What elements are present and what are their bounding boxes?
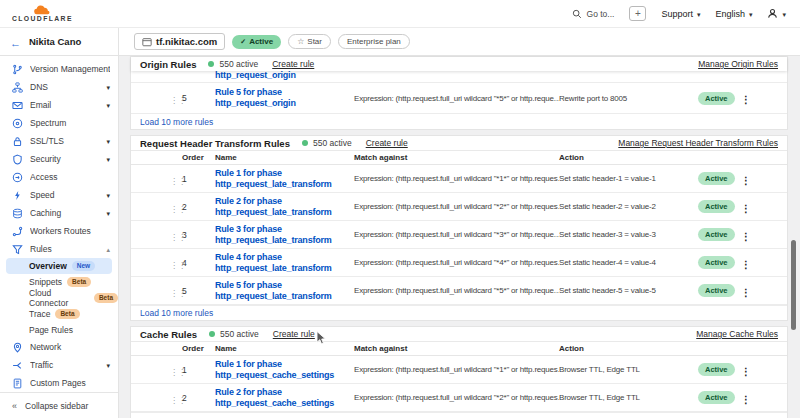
lightning-icon xyxy=(12,190,23,201)
sidebar-item-spectrum[interactable]: Spectrum xyxy=(0,114,118,132)
drag-handle-icon[interactable] xyxy=(170,389,182,407)
origin-rules-section: Origin Rules 550 active Create rule Mana… xyxy=(130,56,788,130)
transform-rules-header: Request Header Transform Rules 550 activ… xyxy=(131,136,787,150)
kebab-menu-icon[interactable] xyxy=(739,198,751,216)
sidebar: Version Management DNS Email Spectrum SS… xyxy=(0,56,119,418)
zone-cell: tf.nikitac.com Active Star Enterprise pl… xyxy=(119,28,800,55)
active-dot-icon xyxy=(209,331,215,337)
kebab-menu-icon[interactable] xyxy=(739,226,751,244)
collapse-sidebar-button[interactable]: Collapse sidebar xyxy=(0,392,118,418)
load-more-rules-link[interactable]: Load 10 more rules xyxy=(131,114,787,129)
table-column-headers: Order Name Match against Action xyxy=(131,341,787,356)
add-button[interactable]: + xyxy=(629,6,646,21)
chevron-down-icon xyxy=(106,136,110,146)
rule-name-link[interactable]: Rule 3 for phasehttp_request_late_transf… xyxy=(215,224,354,246)
transform-rule-row[interactable]: 5 Rule 5 for phasehttp_request_late_tran… xyxy=(131,277,787,305)
transform-rule-row[interactable]: 1 Rule 1 for phasehttp_request_late_tran… xyxy=(131,165,787,193)
kebab-menu-icon[interactable] xyxy=(739,361,751,379)
rule-name-link[interactable]: Rule 5 for phasehttp_request_late_transf… xyxy=(215,280,354,302)
origin-rule-row[interactable]: 5 Rule 5 for phase http_request_origin E… xyxy=(131,83,787,114)
logo-text: CLOUDFLARE xyxy=(12,16,73,23)
status-badge: Active xyxy=(698,256,735,269)
transform-rule-row[interactable]: 2 Rule 2 for phasehttp_request_late_tran… xyxy=(131,193,787,221)
kebab-menu-icon[interactable] xyxy=(739,170,751,188)
partially-scrolled-rule-row[interactable]: http_request_origin xyxy=(131,71,787,83)
drag-handle-icon[interactable] xyxy=(170,89,182,107)
sidebar-item-rules[interactable]: Rules xyxy=(0,240,118,258)
rule-name-link[interactable]: Rule 5 for phase http_request_origin xyxy=(215,87,354,109)
sidebar-item-network[interactable]: Network xyxy=(0,338,118,356)
status-badge: Active xyxy=(698,284,735,297)
go-to-label: Go to... xyxy=(587,9,615,19)
drag-handle-icon[interactable] xyxy=(170,226,182,244)
star-icon xyxy=(297,37,304,46)
rule-name-link[interactable]: Rule 2 for phasehttp_request_cache_setti… xyxy=(215,387,354,409)
create-rule-link[interactable]: Create rule xyxy=(272,59,314,69)
search-icon xyxy=(572,9,582,19)
kebab-menu-icon[interactable] xyxy=(739,254,751,272)
email-icon xyxy=(12,100,23,111)
kebab-menu-icon[interactable] xyxy=(739,389,751,407)
drag-handle-icon[interactable] xyxy=(170,361,182,379)
create-rule-link[interactable]: Create rule xyxy=(366,138,408,148)
user-menu[interactable] xyxy=(767,8,786,19)
status-badge: Active xyxy=(698,363,735,376)
request-header-transform-rules-section: Request Header Transform Rules 550 activ… xyxy=(130,135,788,321)
rule-name-link[interactable]: Rule 2 for phasehttp_request_late_transf… xyxy=(215,196,354,218)
sidebar-item-page-rules[interactable]: Page Rules xyxy=(0,322,118,338)
cache-rule-row[interactable]: 1 Rule 1 for phasehttp_request_cache_set… xyxy=(131,356,787,384)
vertical-scrollbar-thumb[interactable] xyxy=(791,240,796,330)
sidebar-item-overview[interactable]: Overview New xyxy=(6,258,112,274)
sidebar-item-trace[interactable]: Trace Beta xyxy=(0,306,118,322)
route-icon xyxy=(12,226,23,237)
cache-rule-row[interactable]: 2 Rule 2 for phasehttp_request_cache_set… xyxy=(131,384,787,412)
rule-name-link[interactable]: Rule 1 for phasehttp_request_cache_setti… xyxy=(215,359,354,381)
zone-domain: tf.nikitac.com xyxy=(156,36,217,47)
manage-transform-rules-link[interactable]: Manage Request Header Transform Rules xyxy=(618,138,778,148)
transform-rule-row[interactable]: 3 Rule 3 for phasehttp_request_late_tran… xyxy=(131,221,787,249)
manage-cache-rules-link[interactable]: Manage Cache Rules xyxy=(696,329,778,339)
back-arrow-icon[interactable] xyxy=(10,33,21,51)
kebab-menu-icon[interactable] xyxy=(739,89,751,107)
sidebar-item-workers-routes[interactable]: Workers Routes xyxy=(0,222,118,240)
language-menu[interactable]: English xyxy=(715,9,752,19)
sidebar-item-custom-pages[interactable]: Custom Pages xyxy=(0,374,118,392)
sidebar-item-traffic[interactable]: Traffic xyxy=(0,356,118,374)
drag-handle-icon[interactable] xyxy=(170,282,182,300)
account-cell: Nikita Cano xyxy=(0,28,119,55)
partially-visible-rule-row: Active xyxy=(131,412,787,418)
load-more-rules-link[interactable]: Load 10 more rules xyxy=(131,305,787,320)
sidebar-item-caching[interactable]: Caching xyxy=(0,204,118,222)
sidebar-item-speed[interactable]: Speed xyxy=(0,186,118,204)
column-order: Order xyxy=(182,153,215,162)
create-rule-link[interactable]: Create rule xyxy=(273,329,315,339)
shield-icon xyxy=(12,154,23,165)
drag-handle-icon[interactable] xyxy=(170,198,182,216)
status-badge: Active xyxy=(698,228,735,241)
language-label: English xyxy=(715,9,745,19)
transform-rule-row[interactable]: 4 Rule 4 for phasehttp_request_late_tran… xyxy=(131,249,787,277)
kebab-menu-icon[interactable] xyxy=(739,282,751,300)
drag-handle-icon[interactable] xyxy=(170,254,182,272)
drag-handle-icon[interactable] xyxy=(170,170,182,188)
sidebar-item-version-management[interactable]: Version Management xyxy=(0,60,118,78)
zone-selector[interactable]: tf.nikitac.com xyxy=(134,33,225,50)
cache-rules-section: Cache Rules 550 active Create rule Manag… xyxy=(130,326,788,418)
rule-name-link[interactable]: Rule 1 for phasehttp_request_late_transf… xyxy=(215,168,354,190)
lock-icon xyxy=(12,136,23,147)
support-menu[interactable]: Support xyxy=(661,9,700,19)
sidebar-item-cloud-connector[interactable]: Cloud Connector Beta xyxy=(0,290,118,306)
sidebar-item-access[interactable]: Access xyxy=(0,168,118,186)
collapse-icon xyxy=(12,401,17,411)
manage-origin-rules-link[interactable]: Manage Origin Rules xyxy=(698,59,778,69)
cloudflare-logo[interactable]: CLOUDFLARE xyxy=(12,5,73,23)
sidebar-item-ssl-tls[interactable]: SSL/TLS xyxy=(0,132,118,150)
sidebar-item-email[interactable]: Email xyxy=(0,96,118,114)
sidebar-item-security[interactable]: Security xyxy=(0,150,118,168)
rule-name-link[interactable]: Rule 4 for phasehttp_request_late_transf… xyxy=(215,252,354,274)
beta-badge: Beta xyxy=(94,293,118,303)
star-button[interactable]: Star xyxy=(288,34,331,49)
sidebar-item-dns[interactable]: DNS xyxy=(0,78,118,96)
go-to-search[interactable]: Go to... xyxy=(572,9,615,19)
zone-header-bar: Nikita Cano tf.nikitac.com Active Star E… xyxy=(0,28,800,56)
